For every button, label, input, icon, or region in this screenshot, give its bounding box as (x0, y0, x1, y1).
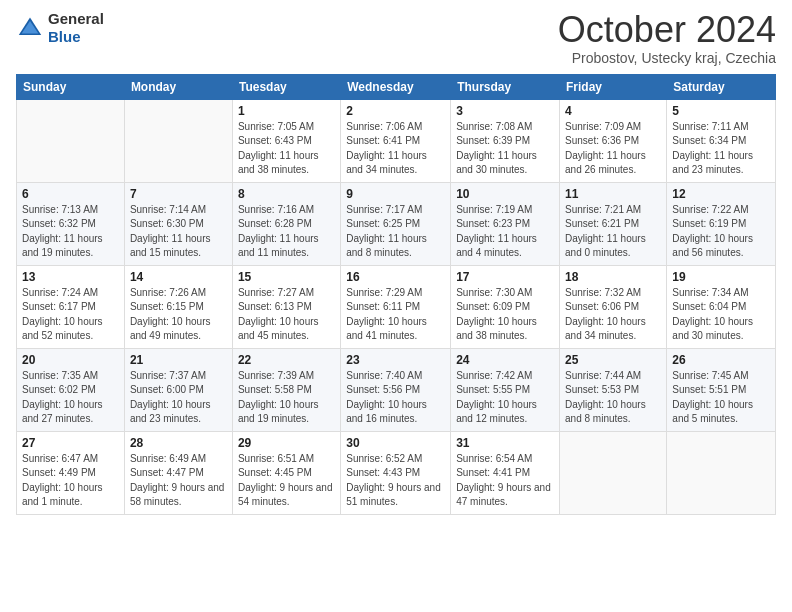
day-info: Sunrise: 7:05 AM Sunset: 6:43 PM Dayligh… (238, 120, 335, 178)
day-number: 1 (238, 104, 335, 118)
weekday-header: Wednesday (341, 74, 451, 99)
location-subtitle: Probostov, Ustecky kraj, Czechia (558, 50, 776, 66)
title-section: October 2024 Probostov, Ustecky kraj, Cz… (558, 10, 776, 66)
calendar-cell: 12Sunrise: 7:22 AM Sunset: 6:19 PM Dayli… (667, 182, 776, 265)
day-number: 4 (565, 104, 661, 118)
day-info: Sunrise: 7:13 AM Sunset: 6:32 PM Dayligh… (22, 203, 119, 261)
day-number: 8 (238, 187, 335, 201)
day-info: Sunrise: 6:51 AM Sunset: 4:45 PM Dayligh… (238, 452, 335, 510)
day-info: Sunrise: 7:06 AM Sunset: 6:41 PM Dayligh… (346, 120, 445, 178)
logo-text: General Blue (48, 10, 104, 46)
day-info: Sunrise: 7:40 AM Sunset: 5:56 PM Dayligh… (346, 369, 445, 427)
calendar-cell: 26Sunrise: 7:45 AM Sunset: 5:51 PM Dayli… (667, 348, 776, 431)
day-number: 24 (456, 353, 554, 367)
calendar-cell: 18Sunrise: 7:32 AM Sunset: 6:06 PM Dayli… (560, 265, 667, 348)
day-info: Sunrise: 7:29 AM Sunset: 6:11 PM Dayligh… (346, 286, 445, 344)
day-number: 22 (238, 353, 335, 367)
day-number: 27 (22, 436, 119, 450)
calendar-cell: 30Sunrise: 6:52 AM Sunset: 4:43 PM Dayli… (341, 431, 451, 514)
day-info: Sunrise: 7:22 AM Sunset: 6:19 PM Dayligh… (672, 203, 770, 261)
calendar-cell: 3Sunrise: 7:08 AM Sunset: 6:39 PM Daylig… (451, 99, 560, 182)
calendar-cell: 24Sunrise: 7:42 AM Sunset: 5:55 PM Dayli… (451, 348, 560, 431)
calendar-cell: 17Sunrise: 7:30 AM Sunset: 6:09 PM Dayli… (451, 265, 560, 348)
day-number: 3 (456, 104, 554, 118)
weekday-header: Friday (560, 74, 667, 99)
calendar-cell: 15Sunrise: 7:27 AM Sunset: 6:13 PM Dayli… (232, 265, 340, 348)
calendar-cell: 8Sunrise: 7:16 AM Sunset: 6:28 PM Daylig… (232, 182, 340, 265)
weekday-header: Tuesday (232, 74, 340, 99)
weekday-header: Saturday (667, 74, 776, 99)
day-info: Sunrise: 7:14 AM Sunset: 6:30 PM Dayligh… (130, 203, 227, 261)
calendar-cell (124, 99, 232, 182)
day-number: 20 (22, 353, 119, 367)
calendar-cell: 21Sunrise: 7:37 AM Sunset: 6:00 PM Dayli… (124, 348, 232, 431)
day-number: 13 (22, 270, 119, 284)
day-number: 17 (456, 270, 554, 284)
day-number: 11 (565, 187, 661, 201)
weekday-header: Thursday (451, 74, 560, 99)
day-info: Sunrise: 7:32 AM Sunset: 6:06 PM Dayligh… (565, 286, 661, 344)
weekday-header: Sunday (17, 74, 125, 99)
day-info: Sunrise: 7:08 AM Sunset: 6:39 PM Dayligh… (456, 120, 554, 178)
calendar-cell: 22Sunrise: 7:39 AM Sunset: 5:58 PM Dayli… (232, 348, 340, 431)
day-info: Sunrise: 7:44 AM Sunset: 5:53 PM Dayligh… (565, 369, 661, 427)
calendar-week-row: 20Sunrise: 7:35 AM Sunset: 6:02 PM Dayli… (17, 348, 776, 431)
day-info: Sunrise: 7:17 AM Sunset: 6:25 PM Dayligh… (346, 203, 445, 261)
calendar-cell: 29Sunrise: 6:51 AM Sunset: 4:45 PM Dayli… (232, 431, 340, 514)
day-number: 21 (130, 353, 227, 367)
day-info: Sunrise: 7:21 AM Sunset: 6:21 PM Dayligh… (565, 203, 661, 261)
calendar-cell: 10Sunrise: 7:19 AM Sunset: 6:23 PM Dayli… (451, 182, 560, 265)
day-number: 16 (346, 270, 445, 284)
logo-icon (16, 14, 44, 42)
day-number: 5 (672, 104, 770, 118)
day-info: Sunrise: 7:26 AM Sunset: 6:15 PM Dayligh… (130, 286, 227, 344)
calendar-week-row: 1Sunrise: 7:05 AM Sunset: 6:43 PM Daylig… (17, 99, 776, 182)
calendar-cell: 14Sunrise: 7:26 AM Sunset: 6:15 PM Dayli… (124, 265, 232, 348)
day-info: Sunrise: 7:09 AM Sunset: 6:36 PM Dayligh… (565, 120, 661, 178)
day-number: 9 (346, 187, 445, 201)
day-info: Sunrise: 7:27 AM Sunset: 6:13 PM Dayligh… (238, 286, 335, 344)
calendar-cell: 1Sunrise: 7:05 AM Sunset: 6:43 PM Daylig… (232, 99, 340, 182)
day-number: 29 (238, 436, 335, 450)
day-info: Sunrise: 6:54 AM Sunset: 4:41 PM Dayligh… (456, 452, 554, 510)
day-number: 23 (346, 353, 445, 367)
calendar-cell: 5Sunrise: 7:11 AM Sunset: 6:34 PM Daylig… (667, 99, 776, 182)
logo: General Blue (16, 10, 104, 46)
calendar-cell (17, 99, 125, 182)
day-info: Sunrise: 7:45 AM Sunset: 5:51 PM Dayligh… (672, 369, 770, 427)
month-title: October 2024 (558, 10, 776, 50)
day-number: 18 (565, 270, 661, 284)
day-number: 15 (238, 270, 335, 284)
day-info: Sunrise: 7:11 AM Sunset: 6:34 PM Dayligh… (672, 120, 770, 178)
calendar-cell: 31Sunrise: 6:54 AM Sunset: 4:41 PM Dayli… (451, 431, 560, 514)
day-number: 6 (22, 187, 119, 201)
weekday-header: Monday (124, 74, 232, 99)
calendar-cell: 11Sunrise: 7:21 AM Sunset: 6:21 PM Dayli… (560, 182, 667, 265)
calendar-cell: 9Sunrise: 7:17 AM Sunset: 6:25 PM Daylig… (341, 182, 451, 265)
calendar-cell: 7Sunrise: 7:14 AM Sunset: 6:30 PM Daylig… (124, 182, 232, 265)
day-info: Sunrise: 6:47 AM Sunset: 4:49 PM Dayligh… (22, 452, 119, 510)
day-info: Sunrise: 7:30 AM Sunset: 6:09 PM Dayligh… (456, 286, 554, 344)
day-info: Sunrise: 7:34 AM Sunset: 6:04 PM Dayligh… (672, 286, 770, 344)
day-info: Sunrise: 7:19 AM Sunset: 6:23 PM Dayligh… (456, 203, 554, 261)
calendar-cell: 19Sunrise: 7:34 AM Sunset: 6:04 PM Dayli… (667, 265, 776, 348)
day-info: Sunrise: 7:16 AM Sunset: 6:28 PM Dayligh… (238, 203, 335, 261)
day-number: 31 (456, 436, 554, 450)
day-info: Sunrise: 7:39 AM Sunset: 5:58 PM Dayligh… (238, 369, 335, 427)
day-number: 28 (130, 436, 227, 450)
calendar-cell: 23Sunrise: 7:40 AM Sunset: 5:56 PM Dayli… (341, 348, 451, 431)
calendar-cell: 4Sunrise: 7:09 AM Sunset: 6:36 PM Daylig… (560, 99, 667, 182)
day-info: Sunrise: 7:35 AM Sunset: 6:02 PM Dayligh… (22, 369, 119, 427)
day-info: Sunrise: 6:49 AM Sunset: 4:47 PM Dayligh… (130, 452, 227, 510)
day-number: 30 (346, 436, 445, 450)
day-info: Sunrise: 7:37 AM Sunset: 6:00 PM Dayligh… (130, 369, 227, 427)
calendar-cell: 16Sunrise: 7:29 AM Sunset: 6:11 PM Dayli… (341, 265, 451, 348)
day-number: 7 (130, 187, 227, 201)
day-info: Sunrise: 6:52 AM Sunset: 4:43 PM Dayligh… (346, 452, 445, 510)
weekday-header-row: SundayMondayTuesdayWednesdayThursdayFrid… (17, 74, 776, 99)
day-number: 25 (565, 353, 661, 367)
calendar-cell (560, 431, 667, 514)
calendar-cell: 25Sunrise: 7:44 AM Sunset: 5:53 PM Dayli… (560, 348, 667, 431)
day-number: 12 (672, 187, 770, 201)
day-number: 14 (130, 270, 227, 284)
